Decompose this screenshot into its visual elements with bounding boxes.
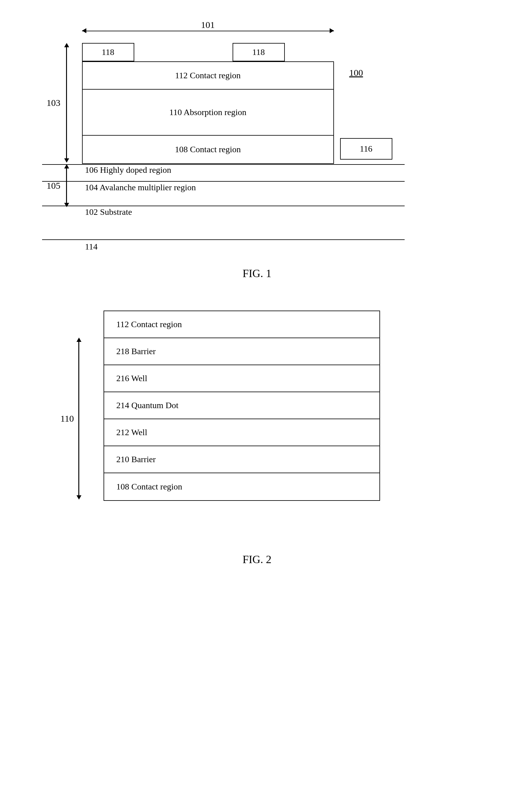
fig2-label-214: 214 Quantum Dot bbox=[116, 401, 179, 410]
region-108: 108 Contact region bbox=[83, 136, 333, 163]
line-106-top bbox=[42, 164, 405, 165]
label-116: 116 bbox=[360, 144, 372, 154]
mesa-structure: 112 Contact region 110 Absorption region… bbox=[82, 61, 334, 164]
label-112: 112 Contact region bbox=[175, 70, 241, 80]
label-110-arrow: 110 bbox=[60, 413, 74, 424]
label-114: 114 bbox=[85, 242, 98, 252]
label-108: 108 Contact region bbox=[175, 145, 241, 154]
arrow-103-line bbox=[66, 47, 67, 158]
arrow-105: 105 bbox=[60, 164, 73, 207]
fig2-region-216: 216 Well bbox=[104, 365, 379, 392]
page: 101 118 118 112 Contact region 110 Absor… bbox=[0, 0, 514, 584]
label-118-left: 118 bbox=[102, 47, 114, 57]
fig2-region-218: 218 Barrier bbox=[104, 338, 379, 365]
label-103: 103 bbox=[47, 97, 60, 108]
fig2-label-216: 216 Well bbox=[116, 374, 147, 383]
fig2-region-112: 112 Contact region bbox=[104, 311, 379, 338]
fig2-label-210: 210 Barrier bbox=[116, 455, 156, 464]
fig2-label-212: 212 Well bbox=[116, 428, 147, 437]
arrow-up-105-icon bbox=[64, 164, 69, 169]
fig2-label-108: 108 Contact region bbox=[116, 482, 183, 492]
label-106: 106 Highly doped region bbox=[85, 165, 171, 175]
fig2-region-108: 108 Contact region bbox=[104, 473, 379, 500]
arrow-down-icon bbox=[64, 158, 69, 163]
label-102: 102 Substrate bbox=[85, 207, 132, 217]
arrow-105-line bbox=[66, 169, 67, 203]
fig2-box: 112 Contact region 218 Barrier 216 Well … bbox=[104, 311, 380, 501]
fig1-container: 101 118 118 112 Contact region 110 Absor… bbox=[42, 19, 472, 280]
arrow-110: 110 bbox=[73, 338, 85, 500]
fig2-drawing: 110 112 Contact region 218 Barrier 216 W… bbox=[42, 311, 472, 544]
label-105: 105 bbox=[47, 180, 60, 191]
region-110: 110 Absorption region bbox=[83, 90, 333, 136]
fig2-region-210: 210 Barrier bbox=[104, 446, 379, 473]
fig1-drawing: 101 118 118 112 Contact region 110 Absor… bbox=[42, 19, 472, 258]
arrow-up-icon bbox=[64, 43, 69, 47]
arrow-down-105-icon bbox=[64, 203, 69, 207]
label-101: 101 bbox=[201, 20, 215, 30]
contact-118-right: 118 bbox=[233, 43, 285, 61]
line-104-bottom bbox=[42, 206, 405, 206]
fig2-label-218: 218 Barrier bbox=[116, 346, 156, 356]
region-112: 112 Contact region bbox=[83, 62, 333, 90]
line-106-bottom bbox=[42, 181, 405, 182]
label-110: 110 Absorption region bbox=[169, 108, 246, 117]
arrow-right-icon bbox=[330, 28, 334, 33]
arrow-left-icon bbox=[82, 28, 86, 33]
arrow-up-110-icon bbox=[77, 338, 81, 342]
label-100: 100 bbox=[349, 67, 363, 78]
label-104: 104 Avalanche multiplier region bbox=[85, 182, 196, 193]
arrow-down-110-icon bbox=[77, 495, 81, 500]
fig2-region-214: 214 Quantum Dot bbox=[104, 392, 379, 419]
line-114 bbox=[42, 239, 405, 240]
fig2-region-212: 212 Well bbox=[104, 419, 379, 446]
fig2-caption: FIG. 2 bbox=[42, 553, 472, 566]
fig1-caption: FIG. 1 bbox=[42, 267, 472, 280]
contact-118-left: 118 bbox=[82, 43, 134, 61]
arrow-110-line bbox=[78, 342, 79, 495]
arrow-101: 101 bbox=[82, 28, 334, 34]
contact-116: 116 bbox=[340, 138, 393, 160]
label-118-right: 118 bbox=[252, 47, 265, 57]
fig2-container: 110 112 Contact region 218 Barrier 216 W… bbox=[42, 311, 472, 566]
arrow-103: 103 bbox=[60, 43, 73, 163]
fig2-label-112: 112 Contact region bbox=[116, 319, 182, 329]
